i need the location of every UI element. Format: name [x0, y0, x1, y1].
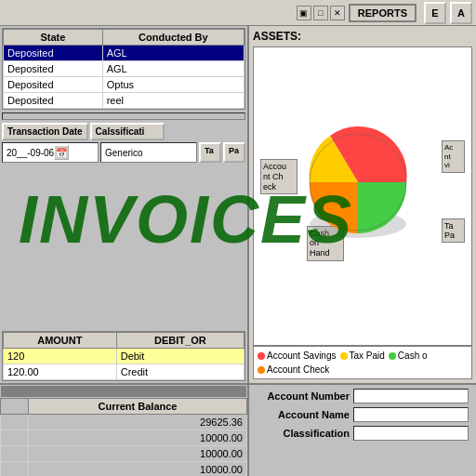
reports-button[interactable]: REPORTS: [349, 4, 416, 22]
state-table-row[interactable]: DepositedAGL: [4, 46, 245, 61]
classification-input[interactable]: Generico: [100, 142, 197, 163]
a-button[interactable]: A: [450, 2, 472, 24]
account-number-input[interactable]: [353, 389, 469, 403]
conducted-cell: AGL: [102, 46, 244, 61]
transaction-row: Transaction Date Calssificati: [2, 123, 245, 140]
account-name-input[interactable]: [353, 407, 469, 422]
account-nt-label: Acntvi: [442, 140, 465, 173]
amount-table-row[interactable]: 120Debit: [4, 349, 245, 364]
legend-item: Cash o: [389, 350, 428, 361]
legend-item: Account Check: [258, 364, 329, 375]
legend-label: Cash o: [398, 350, 428, 361]
amount-table-row[interactable]: 120.00Credit: [4, 364, 245, 380]
balance-col-left: [1, 399, 29, 415]
maximize-icon[interactable]: □: [313, 6, 328, 20]
state-table-row[interactable]: DepositedAGL: [4, 61, 245, 77]
balance-left-cell: [1, 446, 29, 462]
state-cell: Deposited: [4, 61, 103, 77]
legend-label: Account Savings: [267, 350, 337, 361]
debit-col-header: DEBIT_OR: [116, 333, 244, 349]
current-balance-header: Current Balance: [29, 399, 247, 415]
transaction-date-label: Transaction Date: [2, 123, 88, 140]
account-check-label: Account Check: [260, 159, 298, 194]
legend-dot: [389, 352, 396, 360]
ta-pa-chart-label: TaPa: [442, 218, 465, 243]
state-col-header: State: [4, 30, 103, 46]
table-scrollbar[interactable]: [2, 112, 245, 120]
account-name-row: Account Name: [257, 407, 469, 422]
toolbar-buttons: E A: [424, 2, 472, 24]
right-panel: ASSETS: Account Check Acntvi TaPa Cashon…: [249, 26, 476, 383]
state-cell: Deposited: [4, 77, 103, 93]
account-number-row: Account Number: [257, 389, 469, 403]
legend-dot: [258, 366, 265, 374]
balance-value-cell: 29625.36: [29, 415, 247, 430]
transaction-input-row: 20__-09-06 📅 Generico Ta Pa: [2, 142, 245, 163]
balance-value-cell: 10000.00: [29, 462, 247, 477]
left-panel: State Conducted By DepositedAGLDeposited…: [0, 26, 249, 383]
legend-label: Account Check: [267, 364, 329, 375]
balance-row[interactable]: 10000.00: [1, 430, 247, 446]
balance-left-cell: [1, 430, 29, 446]
ta-label: Ta: [199, 142, 221, 163]
balance-row[interactable]: 10000.00: [1, 446, 247, 462]
balance-left-cell: [1, 462, 29, 477]
balance-value-cell: 10000.00: [29, 446, 247, 462]
classification-row: Classification: [257, 426, 469, 441]
classification-field-label: Classification: [257, 428, 350, 439]
pa-label: Pa: [223, 142, 245, 163]
balance-row[interactable]: 10000.00: [1, 462, 247, 477]
conducted-cell: AGL: [102, 61, 244, 77]
chart-legend: Account SavingsTax PaidCash oAccount Che…: [253, 346, 472, 379]
top-bar: ▣ □ ✕ REPORTS E A: [0, 0, 476, 26]
balance-scrollbar[interactable]: [1, 386, 246, 397]
account-number-label: Account Number: [257, 390, 350, 402]
legend-dot: [340, 352, 348, 360]
state-table-row[interactable]: Depositedreel: [4, 93, 245, 109]
type-cell: Debit: [116, 349, 244, 364]
amount-col-header: AMOUNT: [4, 333, 117, 349]
close-icon[interactable]: ✕: [330, 6, 345, 20]
balance-value-cell: 10000.00: [29, 430, 247, 446]
legend-item: Tax Paid: [340, 350, 385, 361]
amount-table: AMOUNT DEBIT_OR 120Debit120.00Credit: [2, 331, 245, 381]
classification-label: Calssificati: [90, 123, 165, 140]
state-table: State Conducted By DepositedAGLDeposited…: [2, 28, 245, 110]
legend-dot: [258, 352, 265, 360]
type-cell: Credit: [116, 364, 244, 380]
transaction-section: Transaction Date Calssificati 20__-09-06…: [0, 121, 247, 329]
state-cell: Deposited: [4, 93, 103, 109]
date-input[interactable]: 20__-09-06 📅: [2, 142, 99, 163]
conducted-cell: reel: [102, 93, 244, 109]
balance-row[interactable]: 29625.36: [1, 415, 247, 430]
pie-chart: [302, 126, 414, 247]
state-cell: Deposited: [4, 46, 103, 61]
classification-input[interactable]: [353, 426, 469, 441]
balance-left-cell: [1, 415, 29, 430]
state-table-row[interactable]: DepositedOptus: [4, 77, 245, 93]
account-name-label: Account Name: [257, 409, 350, 420]
legend-item: Account Savings: [258, 350, 337, 361]
calendar-icon[interactable]: 📅: [54, 145, 69, 160]
conducted-col-header: Conducted By: [102, 30, 244, 46]
main-layout: State Conducted By DepositedAGLDeposited…: [0, 26, 476, 383]
legend-label: Tax Paid: [350, 350, 385, 361]
e-button[interactable]: E: [424, 2, 446, 24]
minimize-icon[interactable]: ▣: [297, 6, 311, 20]
balance-section: Current Balance 29625.3610000.0010000.00…: [0, 385, 249, 476]
bottom-panel: Current Balance 29625.3610000.0010000.00…: [0, 383, 476, 476]
amount-cell: 120.00: [4, 364, 117, 380]
account-fields: Account Number Account Name Classificati…: [249, 385, 476, 476]
window-controls: ▣ □ ✕: [297, 6, 345, 20]
amount-cell: 120: [4, 349, 117, 364]
assets-label: ASSETS:: [253, 30, 472, 43]
conducted-cell: Optus: [102, 77, 244, 93]
chart-area: Account Check Acntvi TaPa CashonHand: [253, 46, 472, 346]
